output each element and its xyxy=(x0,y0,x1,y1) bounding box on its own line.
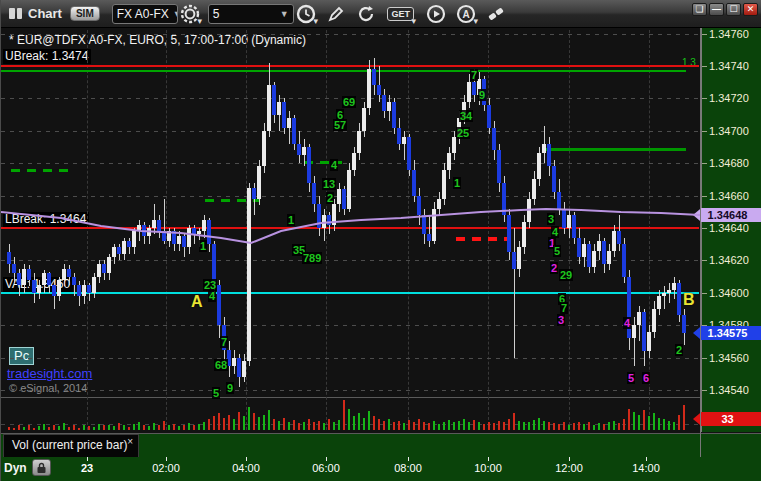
volume-bar xyxy=(88,426,90,430)
gridline-v xyxy=(408,30,409,430)
volume-bar xyxy=(268,410,270,430)
trade-annotation: 57 xyxy=(333,119,347,131)
volume-bar xyxy=(368,411,370,430)
window-panes-icon xyxy=(9,8,22,19)
play-replay-button[interactable] xyxy=(424,2,448,26)
candle-body xyxy=(422,215,426,234)
trade-annotation: 7 xyxy=(220,336,228,348)
chevron-down-icon[interactable]: ▼ xyxy=(169,9,178,19)
volume-bar xyxy=(33,428,35,430)
candle-body xyxy=(187,228,191,247)
candle-body xyxy=(367,69,371,108)
volume-badge: 33 xyxy=(693,412,761,426)
tab-close-icon[interactable]: × xyxy=(127,436,133,447)
trade-annotation: 1 xyxy=(287,214,295,226)
volume-bar xyxy=(643,410,645,430)
volume-bar xyxy=(523,422,525,430)
tab-volume-study[interactable]: Vol (current price bar) × xyxy=(3,434,139,457)
lock-icon xyxy=(36,462,47,474)
volume-bar xyxy=(673,422,675,430)
volume-bar xyxy=(458,421,460,430)
get-data-button[interactable]: GET ▼ xyxy=(386,2,416,26)
candle-body xyxy=(647,332,651,351)
volume-bar xyxy=(168,425,170,430)
time-template-button[interactable]: ▼ xyxy=(294,2,318,26)
candle-body xyxy=(112,247,116,257)
volume-bar xyxy=(513,413,515,430)
trade-annotation: 789 xyxy=(302,252,322,264)
volume-bar xyxy=(583,424,585,430)
interval-input[interactable]: 5 ▼ xyxy=(208,4,294,24)
volume-bar xyxy=(58,426,60,430)
price-axis[interactable]: 1.347601.347401.347201.347001.346801.346… xyxy=(701,28,761,432)
volume-bar xyxy=(378,419,380,430)
volume-bar xyxy=(113,426,115,430)
auto-scale-button[interactable]: A ▼ xyxy=(454,2,478,26)
volume-bar xyxy=(133,424,135,430)
time-tick xyxy=(87,457,88,461)
volume-bar xyxy=(483,424,485,430)
price-tick-label: 1.34640 xyxy=(709,222,749,234)
volume-bar xyxy=(578,422,580,430)
volume-bar xyxy=(413,422,415,430)
volume-bar xyxy=(313,422,315,430)
tradesight-link[interactable]: tradesight.com xyxy=(7,366,92,381)
volume-bar xyxy=(123,425,125,430)
candle-body xyxy=(642,312,646,351)
volume-bar xyxy=(28,425,30,430)
candle-body xyxy=(92,277,96,293)
symbol-input[interactable]: FX A0-FX ▼ xyxy=(112,4,178,24)
volume-bar xyxy=(433,421,435,430)
volume-bar xyxy=(613,421,615,430)
candle-body xyxy=(237,358,241,377)
window-close-button[interactable]: ✕ xyxy=(743,3,758,16)
time-tick xyxy=(246,457,247,461)
candle-body xyxy=(182,236,186,247)
volume-bar xyxy=(353,416,355,430)
dyn-mode-label[interactable]: Dyn xyxy=(4,461,27,475)
volume-bar xyxy=(218,413,220,430)
tab-label: Vol (current price bar) xyxy=(12,438,127,452)
candle-body xyxy=(7,252,11,264)
level-ubreak-line xyxy=(1,65,699,67)
volume-bar xyxy=(668,421,670,430)
candle-body xyxy=(202,220,206,231)
window-restore-button[interactable]: ❏ xyxy=(692,3,707,16)
trade-annotation: 3 xyxy=(547,213,555,225)
candle-body xyxy=(37,285,41,293)
volume-bar xyxy=(243,416,245,430)
trade-annotation: 25 xyxy=(456,127,470,139)
chart-settings-button[interactable]: ▼ xyxy=(178,2,202,26)
window-minimize-button[interactable]: — xyxy=(709,3,724,16)
volume-bar xyxy=(463,419,465,430)
trade-annotation: 9 xyxy=(226,382,234,394)
pane-divider[interactable] xyxy=(1,397,700,398)
volume-bar xyxy=(188,423,190,430)
volume-bar xyxy=(108,425,110,430)
candle-body xyxy=(57,280,61,296)
trade-annotation: 1 xyxy=(199,240,207,252)
link-tool-button[interactable] xyxy=(484,2,508,26)
volume-bar xyxy=(453,422,455,430)
candle-body xyxy=(52,285,56,296)
time-tick-label: 23 xyxy=(81,462,93,474)
trade-annotation: 29 xyxy=(559,269,573,281)
draw-tool-button[interactable] xyxy=(324,2,348,26)
candle-body xyxy=(267,85,271,131)
trade-annotation: 7 xyxy=(560,302,568,314)
candle-body xyxy=(497,150,501,183)
window-maximize-button[interactable]: ☐ xyxy=(726,3,741,16)
lock-button[interactable] xyxy=(32,459,51,476)
chevron-down-icon[interactable]: ▼ xyxy=(276,9,289,19)
candle-body xyxy=(87,285,91,293)
reload-data-button[interactable] xyxy=(354,2,378,26)
candle-body xyxy=(247,188,251,361)
candle-body xyxy=(77,285,81,296)
candle-body xyxy=(567,215,571,228)
volume-bar xyxy=(438,424,440,430)
price-chart-plot[interactable] xyxy=(1,28,701,432)
trade-annotation: 5 xyxy=(553,245,561,257)
volume-bar xyxy=(98,424,100,430)
volume-bar xyxy=(158,425,160,430)
volume-bar xyxy=(648,416,650,430)
